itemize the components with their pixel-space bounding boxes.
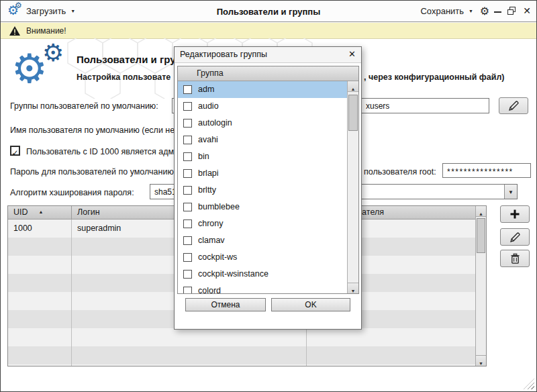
group-column-header[interactable]: Группа xyxy=(178,66,358,81)
save-menu-button[interactable]: Сохранить▼ xyxy=(420,6,473,16)
admin-id-checkbox[interactable]: ✓ xyxy=(10,146,20,156)
add-user-button[interactable] xyxy=(500,205,530,223)
group-name-label: cockpit-ws xyxy=(198,249,237,266)
scrollbar-thumb[interactable] xyxy=(348,95,358,131)
group-name-label: chrony xyxy=(198,215,224,232)
trash-icon xyxy=(510,253,520,264)
combo-dropdown-button[interactable]: ▼ xyxy=(504,185,517,199)
cell-uid: 1000 xyxy=(8,219,72,238)
group-checkbox[interactable] xyxy=(183,85,192,94)
group-row[interactable]: bumblebee xyxy=(178,199,347,215)
table-cell xyxy=(307,364,477,366)
scroll-up-button[interactable]: ▲ xyxy=(348,81,358,92)
group-checkbox[interactable] xyxy=(183,102,192,111)
warning-icon xyxy=(9,26,21,36)
groups-listbox: Группа admaudioautologinavahibinbrlapibr… xyxy=(177,66,359,294)
dialog-titlebar: Редактировать группы ✕ xyxy=(175,47,361,63)
chevron-down-icon: ▼ xyxy=(469,9,473,13)
group-checkbox[interactable] xyxy=(183,287,192,293)
group-name-label: bumblebee xyxy=(198,199,240,215)
minimize-icon xyxy=(494,11,501,13)
group-name-label: avahi xyxy=(198,132,218,148)
group-name-label: colord xyxy=(198,283,221,293)
group-row[interactable]: autologin xyxy=(178,115,347,132)
group-row[interactable]: avahi xyxy=(178,132,347,148)
scroll-down-icon: ▼ xyxy=(479,361,483,366)
table-cell xyxy=(8,310,72,328)
group-checkbox[interactable] xyxy=(183,152,192,161)
scroll-up-icon: ▲ xyxy=(351,87,356,91)
group-row[interactable]: brltty xyxy=(178,182,347,199)
minimize-button[interactable] xyxy=(494,5,503,17)
sort-ascending-icon: ▲ xyxy=(39,209,44,214)
save-menu-label: Сохранить xyxy=(420,6,464,16)
group-name-label: adm xyxy=(198,81,214,98)
pencil-icon xyxy=(509,232,521,243)
edit-groups-button[interactable] xyxy=(499,97,528,114)
table-cell xyxy=(72,364,307,366)
scrollbar-thumb[interactable] xyxy=(477,218,485,253)
scroll-up-icon: ▲ xyxy=(479,211,483,216)
group-row[interactable]: adm xyxy=(178,81,347,98)
table-row-empty xyxy=(8,328,477,346)
group-name-label: bin xyxy=(198,148,209,165)
table-cell xyxy=(8,256,72,274)
dialog-scrollbar[interactable]: ▲ ▼ xyxy=(347,81,358,293)
group-checkbox[interactable] xyxy=(183,169,192,178)
root-password-input[interactable]: **************** xyxy=(442,163,531,178)
table-cell xyxy=(8,364,72,366)
group-name-label: autologin xyxy=(198,115,232,132)
close-button[interactable]: ✕ xyxy=(523,5,531,16)
group-checkbox[interactable] xyxy=(183,136,192,144)
group-checkbox[interactable] xyxy=(183,186,192,195)
scroll-down-button[interactable]: ▼ xyxy=(476,355,486,366)
group-name-label: cockpit-wsinstance xyxy=(198,266,268,283)
default-groups-label: Группы пользователей по умолчанию: xyxy=(10,101,158,111)
pencil-icon xyxy=(508,100,520,111)
plus-icon xyxy=(509,209,520,219)
table-cell xyxy=(72,328,307,346)
table-cell xyxy=(307,346,477,364)
gear-icon: ⚙ xyxy=(42,41,64,65)
group-row[interactable]: bin xyxy=(178,148,347,165)
edit-user-button[interactable] xyxy=(500,228,530,246)
group-row[interactable]: cockpit-wsinstance xyxy=(178,266,347,283)
group-checkbox[interactable] xyxy=(183,253,192,262)
cancel-button[interactable]: Отмена xyxy=(185,298,266,311)
group-name-label: clamav xyxy=(198,232,225,249)
scroll-up-button[interactable]: ▲ xyxy=(476,206,486,217)
group-row[interactable]: brlapi xyxy=(178,165,347,182)
group-checkbox[interactable] xyxy=(183,270,192,279)
column-header-login-label: Логин xyxy=(77,207,100,217)
table-cell xyxy=(8,292,72,310)
group-row[interactable]: audio xyxy=(178,98,347,115)
delete-user-button[interactable] xyxy=(500,250,530,267)
column-header-uid[interactable]: UID▲ xyxy=(8,206,72,219)
dialog-close-button[interactable]: ✕ xyxy=(348,49,356,59)
group-row[interactable]: cockpit-ws xyxy=(178,249,347,266)
settings-gear-button[interactable]: ⚙ xyxy=(480,5,489,17)
group-checkbox[interactable] xyxy=(183,236,192,245)
group-row[interactable]: colord xyxy=(178,283,347,293)
group-checkbox[interactable] xyxy=(183,203,192,211)
group-row[interactable]: chrony xyxy=(178,215,347,232)
root-password-value: **************** xyxy=(447,167,514,177)
scroll-down-icon: ▼ xyxy=(351,289,356,293)
column-header-uid-label: UID xyxy=(13,207,28,217)
scroll-down-button[interactable]: ▼ xyxy=(348,283,358,293)
group-row[interactable]: clamav xyxy=(178,232,347,249)
dialog-title: Редактировать группы xyxy=(180,50,267,59)
chevron-down-icon: ▼ xyxy=(508,189,514,195)
table-scrollbar[interactable]: ▲ ▼ xyxy=(475,206,486,366)
table-cell xyxy=(8,238,72,256)
warning-bar: Внимание! xyxy=(1,23,536,39)
ok-button[interactable]: OK xyxy=(271,298,350,311)
resize-grip[interactable] xyxy=(524,379,534,389)
table-cell xyxy=(72,346,307,364)
maximize-button[interactable] xyxy=(507,7,517,16)
group-checkbox[interactable] xyxy=(183,219,192,228)
group-checkbox[interactable] xyxy=(183,119,192,128)
restore-icon xyxy=(507,9,514,15)
default-groups-value: xusers xyxy=(366,101,389,111)
table-cell xyxy=(8,274,72,292)
